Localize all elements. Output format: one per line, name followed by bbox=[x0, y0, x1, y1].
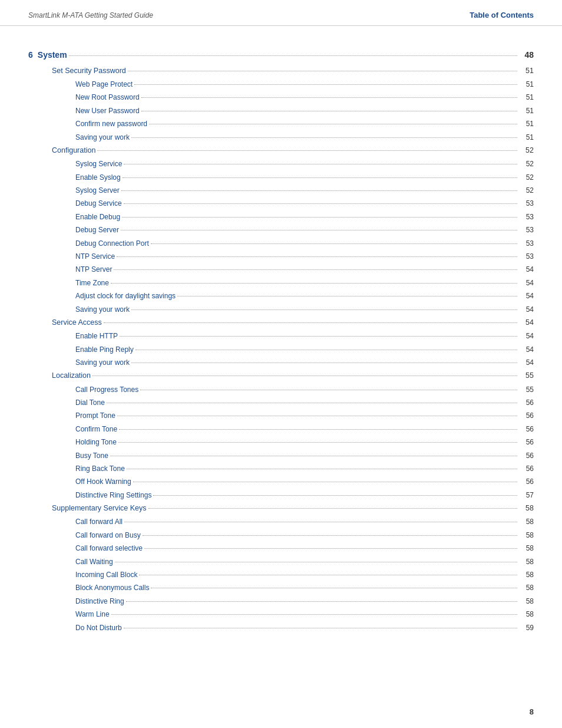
toc-item-label: Do Not Disturb bbox=[75, 622, 122, 634]
toc-item-page: 54 bbox=[519, 317, 534, 329]
toc-item-page: 57 bbox=[519, 489, 534, 501]
list-item: Saving your work54 bbox=[28, 304, 534, 315]
toc-item-dots bbox=[97, 150, 517, 151]
toc-item-page: 55 bbox=[519, 384, 534, 396]
list-item: Dial Tone56 bbox=[28, 397, 534, 409]
list-item: Enable Syslog52 bbox=[28, 172, 534, 183]
toc-item-page: 56 bbox=[519, 423, 534, 435]
list-item: NTP Service53 bbox=[28, 251, 534, 262]
toc-item-page: 58 bbox=[519, 608, 534, 620]
toc-item-page: 52 bbox=[519, 172, 534, 183]
toc-item-page: 58 bbox=[519, 529, 534, 541]
toc-item-label: Adjust clock for daylight savings bbox=[75, 290, 176, 302]
toc-item-dots bbox=[122, 217, 517, 218]
toc-entries: Set Security Password51Web Page Protect5… bbox=[28, 65, 534, 634]
toc-item-dots bbox=[177, 296, 517, 297]
list-item: Localization55 bbox=[28, 370, 534, 382]
toc-item-label: Enable Debug bbox=[75, 211, 120, 223]
toc-item-page: 58 bbox=[519, 502, 534, 515]
toc-item-page: 51 bbox=[519, 65, 534, 77]
toc-item-label: Warm Line bbox=[75, 608, 110, 620]
toc-item-page: 56 bbox=[519, 476, 534, 487]
toc-item-dots bbox=[120, 336, 517, 337]
toc-item-dots bbox=[149, 124, 517, 124]
toc-item-dots bbox=[92, 375, 517, 376]
toc-item-dots bbox=[141, 111, 517, 111]
toc-item-label: Debug Service bbox=[75, 197, 122, 209]
list-item: Configuration52 bbox=[28, 144, 534, 157]
page: SmartLink M-ATA Getting Started Guide Ta… bbox=[0, 0, 562, 728]
toc-item-dots bbox=[114, 269, 517, 270]
toc-item-label: Holding Tone bbox=[75, 436, 117, 448]
toc-item-dots bbox=[143, 535, 517, 536]
toc-item-label: Incoming Call Block bbox=[75, 569, 137, 581]
toc-item-page: 56 bbox=[519, 463, 534, 475]
toc-item-dots bbox=[111, 614, 517, 615]
chapter-page: 48 bbox=[519, 48, 534, 62]
toc-item-dots bbox=[121, 230, 517, 230]
toc-item-page: 51 bbox=[519, 91, 534, 103]
toc-item-dots bbox=[124, 628, 517, 628]
toc-item-page: 54 bbox=[519, 304, 534, 315]
chapter-dots bbox=[69, 55, 517, 56]
toc-item-dots bbox=[115, 562, 517, 562]
toc-item-page: 55 bbox=[519, 370, 534, 382]
list-item: Saving your work51 bbox=[28, 131, 534, 143]
toc-item-dots bbox=[151, 588, 517, 588]
toc-item-dots bbox=[111, 283, 517, 284]
toc-item-dots bbox=[107, 403, 517, 403]
toc-item-page: 54 bbox=[519, 357, 534, 368]
list-item: Syslog Service52 bbox=[28, 158, 534, 170]
toc-item-label: Call forward on Busy bbox=[75, 529, 141, 541]
toc-item-dots bbox=[124, 522, 517, 522]
list-item: Ring Back Tone56 bbox=[28, 463, 534, 475]
toc-chapter: 6 System 48 bbox=[28, 48, 534, 62]
toc-item-dots bbox=[128, 71, 517, 71]
toc-item-dots bbox=[110, 456, 517, 456]
toc-item-label: Enable Ping Reply bbox=[75, 344, 134, 355]
toc-item-page: 52 bbox=[519, 144, 534, 157]
toc-item-dots bbox=[151, 243, 517, 244]
toc-item-dots bbox=[131, 137, 517, 138]
toc-item-label: New User Password bbox=[75, 105, 140, 117]
toc-item-label: Distinctive Ring Settings bbox=[75, 489, 151, 501]
toc-item-label: Supplementary Service Keys bbox=[52, 502, 147, 515]
list-item: Confirm new password51 bbox=[28, 118, 534, 130]
list-item: New Root Password51 bbox=[28, 91, 534, 103]
toc-item-page: 52 bbox=[519, 185, 534, 196]
list-item: Call forward All58 bbox=[28, 516, 534, 528]
toc-item-label: Localization bbox=[52, 370, 91, 382]
toc-item-dots bbox=[144, 548, 517, 549]
toc-item-page: 56 bbox=[519, 410, 534, 421]
list-item: Distinctive Ring Settings57 bbox=[28, 489, 534, 501]
toc-item-label: Web Page Protect bbox=[75, 78, 133, 90]
toc-item-dots bbox=[104, 322, 517, 323]
list-item: Incoming Call Block58 bbox=[28, 569, 534, 581]
toc-item-label: Call Progress Tones bbox=[75, 384, 138, 396]
list-item: Debug Server53 bbox=[28, 224, 534, 236]
toc-item-page: 53 bbox=[519, 197, 534, 209]
list-item: Busy Tone56 bbox=[28, 450, 534, 462]
toc-item-label: Time Zone bbox=[75, 277, 109, 289]
toc-item-dots bbox=[117, 256, 517, 257]
toc-item-label: New Root Password bbox=[75, 91, 140, 103]
list-item: Distinctive Ring58 bbox=[28, 595, 534, 607]
toc-item-label: Prompt Tone bbox=[75, 410, 115, 421]
toc-item-label: Busy Tone bbox=[75, 450, 108, 462]
toc-item-label: NTP Service bbox=[75, 251, 115, 262]
list-item: Holding Tone56 bbox=[28, 436, 534, 448]
toc-item-dots bbox=[121, 190, 517, 191]
header-right: Table of Contents bbox=[470, 11, 534, 19]
list-item: Call Waiting58 bbox=[28, 556, 534, 568]
toc-item-dots bbox=[140, 390, 517, 390]
toc-item-page: 58 bbox=[519, 595, 534, 607]
header-left: SmartLink M-ATA Getting Started Guide bbox=[28, 11, 153, 19]
page-footer: 8 bbox=[530, 707, 534, 716]
toc-item-label: Enable Syslog bbox=[75, 172, 121, 183]
toc-item-dots bbox=[139, 575, 517, 575]
list-item: Prompt Tone56 bbox=[28, 410, 534, 421]
list-item: Enable Debug53 bbox=[28, 211, 534, 223]
toc-item-dots bbox=[148, 508, 518, 509]
toc-item-label: Distinctive Ring bbox=[75, 595, 124, 607]
toc-item-dots bbox=[126, 601, 517, 602]
